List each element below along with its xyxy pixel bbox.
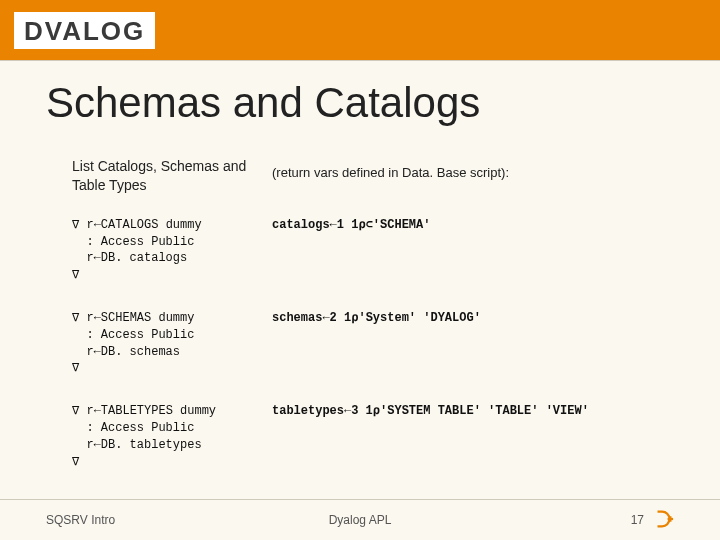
code-block: ∇ r←CATALOGS dummy : Access Public r←DB.… — [72, 217, 672, 284]
footer-left-text: SQSRV Intro — [46, 513, 115, 527]
code-block: ∇ r←TABLETYPES dummy : Access Public r←D… — [72, 403, 672, 470]
code-definition: ∇ r←SCHEMAS dummy : Access Public r←DB. … — [72, 310, 272, 377]
code-definition: ∇ r←CATALOGS dummy : Access Public r←DB.… — [72, 217, 272, 284]
page-number: 17 — [631, 513, 644, 527]
intro-row: List Catalogs, Schemas and Table Types (… — [72, 157, 672, 195]
content-area: List Catalogs, Schemas and Table Types (… — [72, 157, 672, 470]
header-bar: DVALOG — [0, 0, 720, 60]
logo-box: DVALOG — [14, 12, 155, 49]
logo-text: DVALOG — [24, 16, 145, 46]
code-result: tabletypes←3 1⍴'SYSTEM TABLE' 'TABLE' 'V… — [272, 403, 589, 418]
intro-right-text: (return vars defined in Data. Base scrip… — [272, 157, 509, 180]
footer-center-text: Dyalog APL — [329, 513, 392, 527]
code-result: catalogs←1 1⍴⊂'SCHEMA' — [272, 217, 430, 232]
dyalog-icon — [652, 508, 674, 533]
intro-left-text: List Catalogs, Schemas and Table Types — [72, 157, 272, 195]
code-result: schemas←2 1⍴'System' 'DYALOG' — [272, 310, 481, 325]
footer-right: 17 — [631, 508, 674, 533]
code-block: ∇ r←SCHEMAS dummy : Access Public r←DB. … — [72, 310, 672, 377]
code-definition: ∇ r←TABLETYPES dummy : Access Public r←D… — [72, 403, 272, 470]
footer: SQSRV Intro Dyalog APL 17 — [0, 499, 720, 540]
page-title: Schemas and Catalogs — [46, 79, 720, 127]
divider — [0, 60, 720, 61]
